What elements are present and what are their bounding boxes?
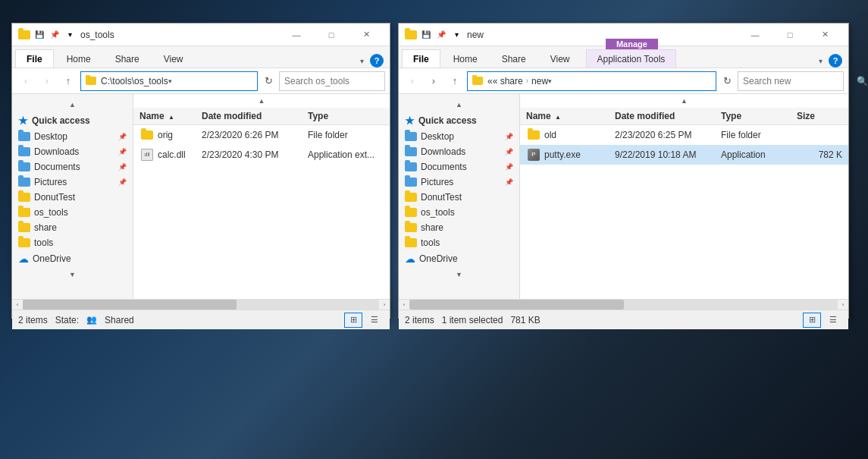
view-list-btn-1[interactable]: ☰ [365,313,384,328]
view-grid-btn-1[interactable]: ⊞ [344,313,362,328]
selected-text-2: 1 item selected [442,315,503,325]
sidebar-item-onedrive-1[interactable]: ☁ OneDrive [12,250,133,267]
desktop-label-2: Desktop [421,131,454,142]
h-scroll-left-2[interactable]: ‹ [399,300,409,310]
tools-label-1: tools [34,237,53,248]
share-label-1: share [34,222,57,233]
search-box-2[interactable]: 🔍 [738,71,844,91]
up-button-2[interactable]: ↑ [446,72,464,90]
title-dropdown-icon-2[interactable]: ▾ [450,29,462,41]
sidebar-scroll-down-1[interactable]: ▼ [12,267,133,282]
sidebar-item-share-1[interactable]: share [12,220,133,235]
h-scrollbar-2[interactable]: ‹ › [399,299,848,310]
refresh-button-1[interactable]: ↻ [261,74,276,89]
h-scroll-right-1[interactable]: › [379,300,390,310]
minimize-button-1[interactable]: — [279,24,314,46]
h-scroll-right-2[interactable]: › [838,300,848,310]
selected-size-2: 781 KB [510,315,540,325]
title-save-icon-2[interactable]: 💾 [420,29,432,41]
maximize-button-2[interactable]: □ [772,24,807,46]
breadcrumb-new[interactable]: new [531,76,548,86]
sidebar-item-onedrive-2[interactable]: ☁ OneDrive [399,250,519,267]
file-scroll-up-1[interactable]: ▲ [133,94,390,108]
ribbon-chevron-1[interactable]: ▾ [357,55,367,67]
col-name-header-2[interactable]: Name ▲ [526,111,615,121]
sidebar-item-donuttest-2[interactable]: DonutTest [399,190,519,205]
sidebar-item-ostools-2[interactable]: os_tools [399,205,519,220]
col-type-header-2[interactable]: Type [721,111,797,121]
sidebar-item-desktop-1[interactable]: Desktop 📌 [12,129,133,144]
sidebar-item-downloads-1[interactable]: Downloads 📌 [12,144,133,159]
back-button-2[interactable]: ‹ [403,72,421,90]
sidebar-scroll-down-2[interactable]: ▼ [399,267,519,282]
sidebar-item-tools-1[interactable]: tools [12,235,133,250]
minimize-button-2[interactable]: — [738,24,772,46]
col-date-header-1[interactable]: Date modified [202,111,308,121]
col-date-header-2[interactable]: Date modified [615,111,721,121]
sidebar-scroll-up-1[interactable]: ▲ [12,97,133,112]
h-scroll-track-1[interactable] [23,300,379,310]
desktop-folder-icon-1 [18,132,30,141]
help-button-2[interactable]: ? [829,54,842,68]
sidebar-item-share-2[interactable]: share [399,220,519,235]
address-dropdown-1[interactable]: ▾ [168,77,180,85]
forward-button-2[interactable]: › [425,72,443,90]
tab-view-1[interactable]: View [152,49,195,68]
sidebar-item-donuttest-1[interactable]: DonutTest [12,190,133,205]
forward-button-1[interactable]: › [38,72,56,90]
col-name-header-1[interactable]: Name ▲ [139,111,202,121]
col-size-header-2[interactable]: Size [797,111,842,121]
tab-view-2[interactable]: View [539,49,581,68]
ribbon-chevron-2[interactable]: ▾ [816,55,826,67]
file-row-calcdll[interactable]: dll calc.dll 2/23/2020 4:30 PM Applicati… [133,145,390,165]
tab-application-tools[interactable]: Application Tools [586,49,677,68]
search-input-2[interactable] [743,76,857,86]
sidebar-item-pictures-1[interactable]: Pictures 📌 [12,174,133,190]
title-pin-icon-2[interactable]: 📌 [435,29,447,41]
tab-home-1[interactable]: Home [55,49,102,68]
file-row-old[interactable]: old 2/23/2020 6:25 PM File folder [520,125,848,145]
tab-share-1[interactable]: Share [104,49,151,68]
close-button-2[interactable]: ✕ [807,24,842,46]
address-input-wrap-2[interactable]: «« share › new ▾ [467,71,716,91]
file-scroll-up-2[interactable]: ▲ [520,94,848,108]
file-row-putty[interactable]: P putty.exe 9/22/2019 10:18 AM Applicati… [520,145,848,165]
tab-file-1[interactable]: File [15,49,54,68]
sidebar-1: ▲ ★ Quick access Desktop 📌 Downloads 📌 [12,94,133,299]
refresh-button-2[interactable]: ↻ [719,74,735,89]
title-dropdown-icon-1[interactable]: ▾ [64,29,76,41]
back-button-1[interactable]: ‹ [17,72,35,90]
tab-home-2[interactable]: Home [442,49,489,68]
col-type-header-1[interactable]: Type [308,111,384,121]
desktop-pin-icon-2: 📌 [505,133,513,140]
title-pin-icon-1[interactable]: 📌 [49,29,61,41]
sidebar-scroll-up-2[interactable]: ▲ [399,97,519,112]
sidebar-item-documents-1[interactable]: Documents 📌 [12,159,133,174]
up-button-1[interactable]: ↑ [59,72,77,90]
sidebar-item-documents-2[interactable]: Documents 📌 [399,159,519,174]
sidebar-item-pictures-2[interactable]: Pictures 📌 [399,174,519,190]
title-save-icon-1[interactable]: 💾 [33,29,45,41]
h-scroll-track-2[interactable] [409,300,838,310]
sidebar-item-desktop-2[interactable]: Desktop 📌 [399,129,519,144]
search-box-1[interactable]: 🔍 [279,71,385,91]
sidebar-item-downloads-2[interactable]: Downloads 📌 [399,144,519,159]
view-grid-btn-2[interactable]: ⊞ [803,313,821,328]
address-input-wrap-1[interactable]: C:\tools\os_tools ▾ [80,71,258,91]
tab-file-2[interactable]: File [402,49,440,68]
address-dropdown-2[interactable]: ▾ [548,77,560,85]
maximize-button-1[interactable]: □ [314,24,349,46]
close-button-1[interactable]: ✕ [349,24,384,46]
breadcrumb-sep: › [526,77,528,85]
sidebar-item-tools-2[interactable]: tools [399,235,519,250]
breadcrumb-share[interactable]: «« share [487,76,523,86]
file-row-orig[interactable]: orig 2/23/2020 6:26 PM File folder [133,125,390,145]
calcdll-icon-wrap: dll [139,149,155,161]
tab-share-2[interactable]: Share [490,49,537,68]
h-scrollbar-1[interactable]: ‹ › [12,299,390,310]
search-input-1[interactable] [284,76,398,86]
view-list-btn-2[interactable]: ☰ [824,313,842,328]
help-button-1[interactable]: ? [370,54,384,68]
sidebar-item-ostools-1[interactable]: os_tools [12,205,133,220]
h-scroll-left-1[interactable]: ‹ [12,300,23,310]
